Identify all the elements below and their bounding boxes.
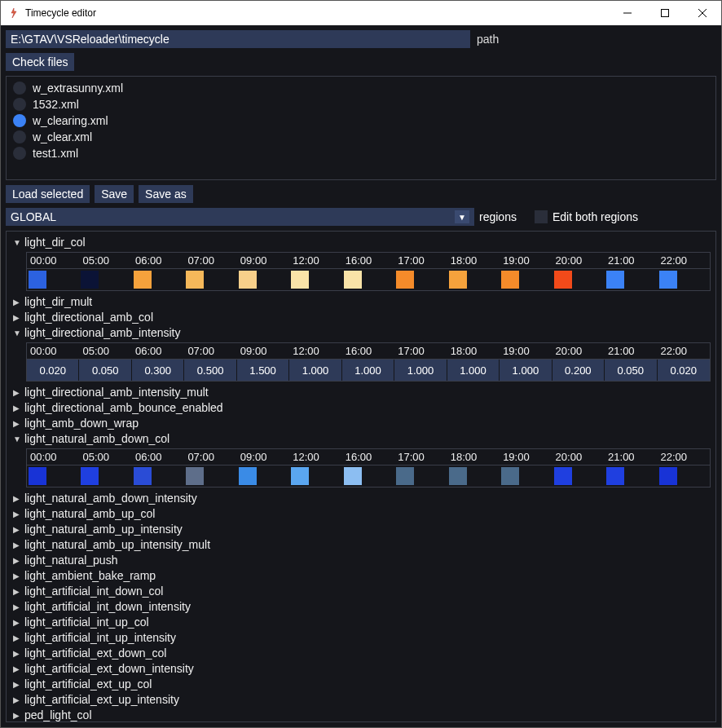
color-cell[interactable] [289,269,341,290]
param-header[interactable]: ▼light_natural_amb_down_col [10,431,715,447]
file-radio[interactable] [13,82,26,95]
param-header[interactable]: ▶light_artificial_int_up_intensity [10,630,715,646]
color-swatch[interactable] [501,467,519,485]
color-swatch[interactable] [449,271,467,289]
color-cell[interactable] [394,269,447,290]
parameter-tree[interactable]: ▼light_dir_col00:0005:0006:0007:0009:001… [6,231,716,722]
file-radio[interactable] [13,147,26,160]
save-button[interactable]: Save [95,185,134,203]
color-swatch[interactable] [29,271,46,289]
color-swatch[interactable] [134,271,152,289]
color-cell[interactable] [132,465,184,487]
number-cell[interactable]: 0.020 [658,360,710,381]
color-cell[interactable] [553,465,605,487]
load-selected-button[interactable]: Load selected [6,185,90,203]
number-cell[interactable]: 1.000 [342,360,394,381]
color-swatch[interactable] [606,271,624,289]
file-radio[interactable] [13,98,26,111]
color-cell[interactable] [658,465,710,487]
color-swatch[interactable] [81,271,99,289]
color-cell[interactable] [184,269,236,290]
color-cell[interactable] [79,269,131,290]
param-header[interactable]: ▼light_dir_col [10,235,715,250]
param-header[interactable]: ▶light_ambient_bake_ramp [10,568,715,584]
color-cell[interactable] [394,465,447,487]
color-cell[interactable] [27,269,79,290]
color-cell[interactable] [447,465,500,487]
file-list[interactable]: w_extrasunny.xml1532.xmlw_clearing.xmlw_… [6,76,716,180]
close-button[interactable] [684,1,721,25]
color-swatch[interactable] [554,271,572,289]
path-input[interactable] [6,30,470,48]
region-select[interactable]: GLOBAL ▼ [6,208,474,226]
color-cell[interactable] [132,269,184,290]
file-item[interactable]: w_extrasunny.xml [7,80,715,96]
color-swatch[interactable] [606,467,624,485]
color-cell[interactable] [500,465,552,487]
file-item[interactable]: w_clearing.xml [7,113,715,129]
file-radio[interactable] [13,130,26,143]
maximize-button[interactable] [646,1,684,25]
number-cell[interactable]: 1.000 [289,360,341,381]
number-cell[interactable]: 0.050 [79,360,131,381]
file-radio[interactable] [13,114,26,127]
param-header[interactable]: ▶light_artificial_int_up_col [10,615,715,630]
color-cell[interactable] [605,465,657,487]
number-cell[interactable]: 1.500 [237,360,289,381]
file-item[interactable]: w_clear.xml [7,129,715,145]
color-cell[interactable] [237,465,289,487]
color-swatch[interactable] [396,467,414,485]
color-swatch[interactable] [659,467,677,485]
param-header[interactable]: ▶light_artificial_ext_down_intensity [10,661,715,677]
param-header[interactable]: ▶light_artificial_ext_up_intensity [10,692,715,708]
param-header[interactable]: ▶light_natural_amb_up_col [10,506,715,522]
param-header[interactable]: ▶light_natural_amb_up_intensity [10,522,715,537]
param-header[interactable]: ▶light_amb_down_wrap [10,416,715,431]
color-cell[interactable] [27,465,79,487]
param-header[interactable]: ▶light_directional_amb_col [10,310,715,325]
color-swatch[interactable] [344,271,362,289]
minimize-button[interactable] [609,1,646,25]
color-swatch[interactable] [186,467,204,485]
color-swatch[interactable] [396,271,414,289]
color-cell[interactable] [500,269,552,290]
color-cell[interactable] [605,269,657,290]
param-header[interactable]: ▶light_natural_push [10,553,715,568]
color-cell[interactable] [447,269,500,290]
param-header[interactable]: ▶light_directional_amb_bounce_enabled [10,400,715,416]
param-header[interactable]: ▶light_artificial_int_down_col [10,584,715,599]
number-cell[interactable]: 0.050 [605,360,657,381]
save-as-button[interactable]: Save as [139,185,193,203]
color-swatch[interactable] [554,467,572,485]
param-header[interactable]: ▶light_natural_amb_down_intensity [10,491,715,506]
color-swatch[interactable] [81,467,99,485]
color-swatch[interactable] [239,467,257,485]
param-header[interactable]: ▶light_dir_mult [10,294,715,310]
color-cell[interactable] [184,465,236,487]
param-header[interactable]: ▶light_directional_amb_intensity_mult [10,385,715,400]
color-cell[interactable] [658,269,710,290]
param-header[interactable]: ▶light_artificial_ext_up_col [10,677,715,692]
param-header[interactable]: ▼light_directional_amb_intensity [10,325,715,341]
color-cell[interactable] [342,269,394,290]
color-swatch[interactable] [291,271,309,289]
check-files-button[interactable]: Check files [6,53,74,71]
color-swatch[interactable] [449,467,467,485]
color-cell[interactable] [553,269,605,290]
color-swatch[interactable] [134,467,152,485]
color-swatch[interactable] [659,271,677,289]
color-cell[interactable] [342,465,394,487]
param-header[interactable]: ▶light_artificial_ext_down_col [10,646,715,661]
color-cell[interactable] [237,269,289,290]
file-item[interactable]: test1.xml [7,145,715,161]
color-swatch[interactable] [29,467,46,485]
number-cell[interactable]: 0.020 [27,360,79,381]
number-cell[interactable]: 0.200 [553,360,605,381]
number-cell[interactable]: 0.300 [132,360,184,381]
edit-both-regions-checkbox[interactable] [535,210,548,223]
number-cell[interactable]: 0.500 [184,360,236,381]
color-swatch[interactable] [186,271,204,289]
color-cell[interactable] [289,465,341,487]
param-header[interactable]: ▶light_artificial_int_down_intensity [10,599,715,615]
color-swatch[interactable] [344,467,362,485]
